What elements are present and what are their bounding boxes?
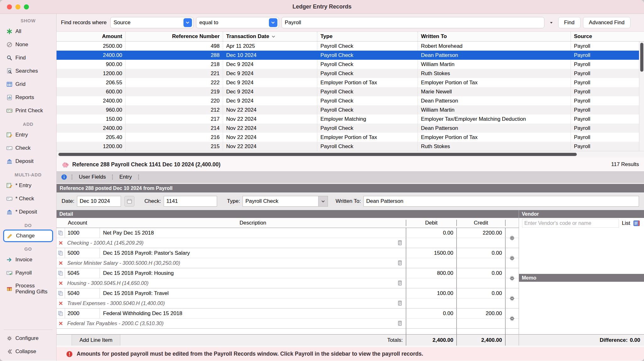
horizontal-scrollbar-thumb[interactable]	[58, 153, 577, 156]
line-settings-button[interactable]	[505, 288, 519, 308]
table-row[interactable]: 2400.00214Nov 22 2024Payroll CheckDean P…	[57, 124, 644, 133]
table-row[interactable]: 2400.00220Dec 9 2024Payroll CheckDean Pa…	[57, 96, 644, 105]
delete-line-button[interactable]	[57, 258, 65, 268]
account-cell[interactable]: 5000	[65, 248, 100, 258]
delete-line-button[interactable]	[57, 319, 65, 328]
column-header-type[interactable]: Type	[317, 32, 418, 41]
description-cell[interactable]: Dec 15 2018 Payroll: Travel	[100, 288, 406, 298]
credit-cell[interactable]: 0.00	[456, 268, 505, 278]
table-row[interactable]: 960.00212Nov 22 2024Payroll CheckWilliam…	[57, 105, 644, 114]
sidebar-item-deposit[interactable]: Deposit	[0, 155, 56, 168]
table-row[interactable]: 205.40216Nov 22 2024Employer Portion of …	[57, 133, 644, 142]
sidebar-item-multi-entry[interactable]: * Entry	[0, 179, 56, 192]
sidebar-item-print-check[interactable]: Print Check	[0, 104, 56, 117]
find-operator-select[interactable]: equal to	[196, 17, 279, 28]
line-settings-button[interactable]	[505, 268, 519, 288]
add-line-item-button[interactable]: Add Line Item	[72, 335, 120, 346]
memo-text-area[interactable]	[519, 282, 644, 334]
vendor-input[interactable]	[522, 219, 619, 228]
find-field-select[interactable]: Source	[110, 17, 194, 28]
calculator-button[interactable]	[396, 279, 404, 287]
credit-cell[interactable]: 200.00	[456, 308, 505, 318]
vertical-scrollbar-thumb[interactable]	[640, 43, 643, 72]
grip-dots-icon[interactable]	[138, 174, 140, 180]
table-row[interactable]: 2500.00498Apr 11 2025Payroll CheckRobert…	[57, 42, 644, 51]
table-row[interactable]: 206.55222Dec 9 2024Employer Portion of T…	[57, 78, 644, 87]
advanced-find-button[interactable]: Advanced Find	[583, 17, 630, 28]
find-value-input[interactable]	[281, 17, 544, 28]
column-header-written-to[interactable]: Written To	[418, 32, 571, 41]
sidebar-item-find[interactable]: Find	[0, 51, 56, 64]
check-number-field[interactable]	[164, 196, 217, 207]
debit-cell[interactable]: 0.00	[406, 308, 456, 318]
calculator-button[interactable]	[396, 299, 404, 307]
line-settings-button[interactable]	[505, 308, 519, 328]
delete-line-button[interactable]	[57, 238, 65, 248]
sidebar-item-none[interactable]: None	[0, 38, 56, 51]
written-to-field[interactable]	[363, 196, 639, 207]
column-header-reference-number[interactable]: Reference Number	[126, 32, 223, 41]
sidebar-item-payroll[interactable]: Payroll	[0, 266, 56, 280]
table-row[interactable]: 900.00218Dec 9 2024Payroll CheckWilliam …	[57, 60, 644, 69]
tab-entry[interactable]: Entry	[117, 174, 134, 180]
sidebar-item-reports[interactable]: Reports	[0, 91, 56, 104]
table-row[interactable]: 1200.00215Nov 22 2024Payroll CheckRuth S…	[57, 142, 644, 151]
account-cell[interactable]: 5040	[65, 288, 100, 298]
debit-cell[interactable]: 0.00	[406, 228, 456, 238]
sidebar-item-all[interactable]: All	[0, 25, 56, 38]
sidebar-item-check[interactable]: Check	[0, 142, 56, 155]
debit-cell[interactable]: 100.00	[406, 288, 456, 298]
delete-line-button[interactable]	[57, 298, 65, 308]
calendar-button[interactable]	[124, 196, 134, 207]
column-header-source[interactable]: Source	[571, 32, 644, 41]
column-header-amount[interactable]: Amount	[57, 32, 126, 41]
sidebar-item-multi-deposit[interactable]: * Deposit	[0, 205, 56, 219]
recent-searches-disclosure[interactable]	[547, 17, 556, 28]
calculator-button[interactable]	[396, 259, 404, 267]
info-icon[interactable]	[61, 174, 67, 180]
horizontal-scrollbar[interactable]	[57, 151, 644, 158]
sidebar-item-collapse[interactable]: Collapse	[0, 345, 56, 358]
line-settings-button[interactable]	[505, 228, 519, 248]
table-row[interactable]: 150.00217Nov 22 2024Employer MatchingEmp…	[57, 114, 644, 124]
table-row-selected[interactable]: 2400.00288Dec 10 2024Payroll CheckDean P…	[57, 51, 644, 60]
sidebar-item-entry[interactable]: Entry	[0, 128, 56, 142]
calculator-button[interactable]	[396, 319, 404, 327]
sidebar-item-change[interactable]: Change	[3, 230, 53, 242]
calculator-button[interactable]	[396, 239, 404, 247]
sidebar-item-configure[interactable]: Configure	[0, 332, 56, 345]
close-window-button[interactable]	[7, 4, 12, 9]
sidebar-item-process-pending-gifts[interactable]: Process Pending Gifts	[0, 280, 56, 298]
sidebar-item-grid[interactable]: Grid	[0, 78, 56, 91]
tab-user-fields[interactable]: User Fields	[77, 174, 108, 180]
vertical-scrollbar[interactable]	[639, 42, 644, 151]
description-cell[interactable]: Net Pay Dec 15 2018	[100, 228, 406, 238]
account-cell[interactable]: 5045	[65, 268, 100, 278]
date-field[interactable]	[77, 196, 121, 207]
sidebar-item-searches[interactable]: Searches	[0, 64, 56, 78]
debit-cell[interactable]: 1500.00	[406, 248, 456, 258]
line-settings-button[interactable]	[505, 248, 519, 268]
table-row[interactable]: 600.00219Dec 9 2024Payroll CheckMarie Ne…	[57, 87, 644, 96]
vendor-list-icon[interactable]	[633, 220, 641, 226]
credit-cell[interactable]: 0.00	[456, 288, 505, 298]
account-cell[interactable]: 2000	[65, 308, 100, 318]
debit-cell[interactable]: 800.00	[406, 268, 456, 278]
find-button[interactable]: Find	[558, 17, 581, 28]
credit-cell[interactable]: 0.00	[456, 248, 505, 258]
zoom-window-button[interactable]	[24, 4, 29, 9]
description-cell[interactable]: Dec 15 2018 Payroll: Pastor's Salary	[100, 248, 406, 258]
column-header-transaction-date[interactable]: Transaction Date	[223, 32, 317, 41]
grip-dots-icon[interactable]	[112, 174, 114, 180]
description-cell[interactable]: Federal Withholding Dec 15 2018	[100, 308, 406, 318]
delete-line-button[interactable]	[57, 278, 65, 288]
description-cell[interactable]: Dec 15 2018 Payroll: Housing	[100, 268, 406, 278]
minimize-window-button[interactable]	[15, 4, 20, 9]
sidebar-item-multi-check[interactable]: * Check	[0, 192, 56, 205]
sidebar-item-invoice[interactable]: Invoice	[0, 253, 56, 266]
type-select[interactable]: Payroll Check	[243, 196, 328, 207]
grip-dots-icon[interactable]	[71, 174, 73, 180]
account-cell[interactable]: 1000	[65, 228, 100, 238]
credit-cell[interactable]: 2200.00	[456, 228, 505, 238]
table-row[interactable]: 1200.00221Dec 9 2024Payroll CheckRuth St…	[57, 69, 644, 78]
